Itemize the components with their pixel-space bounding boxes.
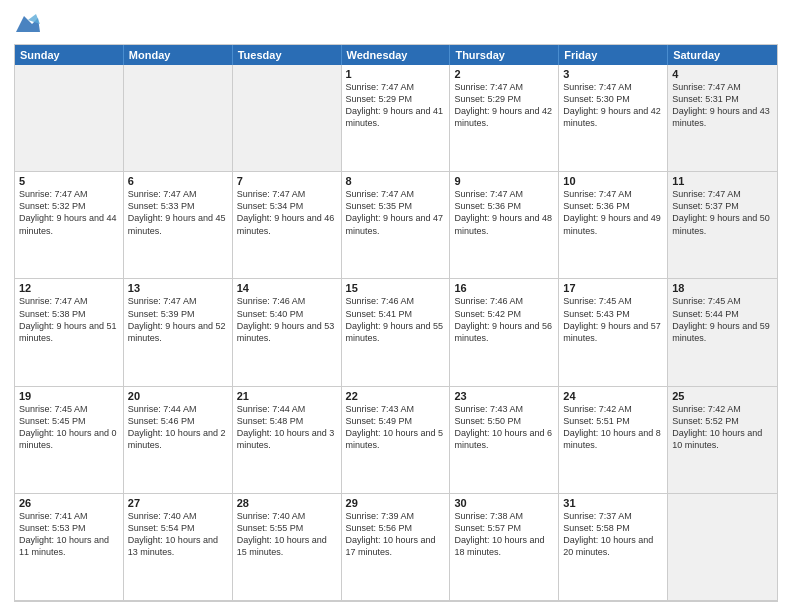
cal-cell: 21Sunrise: 7:44 AM Sunset: 5:48 PM Dayli…	[233, 387, 342, 494]
cell-info: Sunrise: 7:47 AM Sunset: 5:32 PM Dayligh…	[19, 188, 119, 237]
cell-info: Sunrise: 7:37 AM Sunset: 5:58 PM Dayligh…	[563, 510, 663, 559]
cell-info: Sunrise: 7:47 AM Sunset: 5:36 PM Dayligh…	[454, 188, 554, 237]
cell-info: Sunrise: 7:45 AM Sunset: 5:43 PM Dayligh…	[563, 295, 663, 344]
cal-cell: 31Sunrise: 7:37 AM Sunset: 5:58 PM Dayli…	[559, 494, 668, 601]
cal-cell: 15Sunrise: 7:46 AM Sunset: 5:41 PM Dayli…	[342, 279, 451, 386]
day-number: 26	[19, 497, 119, 509]
cal-cell: 10Sunrise: 7:47 AM Sunset: 5:36 PM Dayli…	[559, 172, 668, 279]
cal-cell: 28Sunrise: 7:40 AM Sunset: 5:55 PM Dayli…	[233, 494, 342, 601]
header	[14, 10, 778, 38]
weekday-header-wednesday: Wednesday	[342, 45, 451, 65]
weekday-header-thursday: Thursday	[450, 45, 559, 65]
cell-info: Sunrise: 7:40 AM Sunset: 5:54 PM Dayligh…	[128, 510, 228, 559]
day-number: 21	[237, 390, 337, 402]
cal-cell: 12Sunrise: 7:47 AM Sunset: 5:38 PM Dayli…	[15, 279, 124, 386]
day-number: 17	[563, 282, 663, 294]
cell-info: Sunrise: 7:47 AM Sunset: 5:36 PM Dayligh…	[563, 188, 663, 237]
cell-info: Sunrise: 7:43 AM Sunset: 5:49 PM Dayligh…	[346, 403, 446, 452]
day-number: 12	[19, 282, 119, 294]
calendar-header: SundayMondayTuesdayWednesdayThursdayFrid…	[15, 45, 777, 65]
day-number: 2	[454, 68, 554, 80]
day-number: 5	[19, 175, 119, 187]
day-number: 6	[128, 175, 228, 187]
day-number: 8	[346, 175, 446, 187]
cell-info: Sunrise: 7:38 AM Sunset: 5:57 PM Dayligh…	[454, 510, 554, 559]
day-number: 28	[237, 497, 337, 509]
cell-info: Sunrise: 7:47 AM Sunset: 5:30 PM Dayligh…	[563, 81, 663, 130]
cell-info: Sunrise: 7:42 AM Sunset: 5:52 PM Dayligh…	[672, 403, 773, 452]
cell-info: Sunrise: 7:42 AM Sunset: 5:51 PM Dayligh…	[563, 403, 663, 452]
cal-cell: 5Sunrise: 7:47 AM Sunset: 5:32 PM Daylig…	[15, 172, 124, 279]
cal-cell: 13Sunrise: 7:47 AM Sunset: 5:39 PM Dayli…	[124, 279, 233, 386]
cell-info: Sunrise: 7:45 AM Sunset: 5:44 PM Dayligh…	[672, 295, 773, 344]
day-number: 30	[454, 497, 554, 509]
cal-cell: 9Sunrise: 7:47 AM Sunset: 5:36 PM Daylig…	[450, 172, 559, 279]
day-number: 22	[346, 390, 446, 402]
logo	[14, 10, 46, 38]
page: SundayMondayTuesdayWednesdayThursdayFrid…	[0, 0, 792, 612]
day-number: 27	[128, 497, 228, 509]
cal-cell: 30Sunrise: 7:38 AM Sunset: 5:57 PM Dayli…	[450, 494, 559, 601]
weekday-header-sunday: Sunday	[15, 45, 124, 65]
day-number: 11	[672, 175, 773, 187]
cell-info: Sunrise: 7:46 AM Sunset: 5:41 PM Dayligh…	[346, 295, 446, 344]
cell-info: Sunrise: 7:39 AM Sunset: 5:56 PM Dayligh…	[346, 510, 446, 559]
cell-info: Sunrise: 7:47 AM Sunset: 5:38 PM Dayligh…	[19, 295, 119, 344]
cal-cell: 3Sunrise: 7:47 AM Sunset: 5:30 PM Daylig…	[559, 65, 668, 172]
calendar-grid: 1Sunrise: 7:47 AM Sunset: 5:29 PM Daylig…	[15, 65, 777, 601]
cell-info: Sunrise: 7:47 AM Sunset: 5:31 PM Dayligh…	[672, 81, 773, 130]
day-number: 20	[128, 390, 228, 402]
cal-cell: 25Sunrise: 7:42 AM Sunset: 5:52 PM Dayli…	[668, 387, 777, 494]
day-number: 4	[672, 68, 773, 80]
cal-cell: 6Sunrise: 7:47 AM Sunset: 5:33 PM Daylig…	[124, 172, 233, 279]
day-number: 18	[672, 282, 773, 294]
logo-icon	[14, 10, 42, 38]
cell-info: Sunrise: 7:47 AM Sunset: 5:29 PM Dayligh…	[346, 81, 446, 130]
cal-cell: 22Sunrise: 7:43 AM Sunset: 5:49 PM Dayli…	[342, 387, 451, 494]
cal-cell: 23Sunrise: 7:43 AM Sunset: 5:50 PM Dayli…	[450, 387, 559, 494]
cal-cell: 4Sunrise: 7:47 AM Sunset: 5:31 PM Daylig…	[668, 65, 777, 172]
cell-info: Sunrise: 7:47 AM Sunset: 5:29 PM Dayligh…	[454, 81, 554, 130]
day-number: 29	[346, 497, 446, 509]
cell-info: Sunrise: 7:46 AM Sunset: 5:42 PM Dayligh…	[454, 295, 554, 344]
day-number: 13	[128, 282, 228, 294]
cal-cell: 11Sunrise: 7:47 AM Sunset: 5:37 PM Dayli…	[668, 172, 777, 279]
cell-info: Sunrise: 7:47 AM Sunset: 5:37 PM Dayligh…	[672, 188, 773, 237]
cell-info: Sunrise: 7:46 AM Sunset: 5:40 PM Dayligh…	[237, 295, 337, 344]
cell-info: Sunrise: 7:43 AM Sunset: 5:50 PM Dayligh…	[454, 403, 554, 452]
cal-cell: 26Sunrise: 7:41 AM Sunset: 5:53 PM Dayli…	[15, 494, 124, 601]
cell-info: Sunrise: 7:47 AM Sunset: 5:33 PM Dayligh…	[128, 188, 228, 237]
cal-cell: 7Sunrise: 7:47 AM Sunset: 5:34 PM Daylig…	[233, 172, 342, 279]
day-number: 15	[346, 282, 446, 294]
cell-info: Sunrise: 7:47 AM Sunset: 5:34 PM Dayligh…	[237, 188, 337, 237]
weekday-header-tuesday: Tuesday	[233, 45, 342, 65]
day-number: 10	[563, 175, 663, 187]
day-number: 31	[563, 497, 663, 509]
day-number: 14	[237, 282, 337, 294]
cal-cell: 29Sunrise: 7:39 AM Sunset: 5:56 PM Dayli…	[342, 494, 451, 601]
cell-info: Sunrise: 7:40 AM Sunset: 5:55 PM Dayligh…	[237, 510, 337, 559]
cal-cell: 2Sunrise: 7:47 AM Sunset: 5:29 PM Daylig…	[450, 65, 559, 172]
cell-info: Sunrise: 7:44 AM Sunset: 5:46 PM Dayligh…	[128, 403, 228, 452]
cal-cell	[668, 494, 777, 601]
cell-info: Sunrise: 7:47 AM Sunset: 5:39 PM Dayligh…	[128, 295, 228, 344]
cal-cell: 17Sunrise: 7:45 AM Sunset: 5:43 PM Dayli…	[559, 279, 668, 386]
day-number: 1	[346, 68, 446, 80]
cell-info: Sunrise: 7:41 AM Sunset: 5:53 PM Dayligh…	[19, 510, 119, 559]
cell-info: Sunrise: 7:47 AM Sunset: 5:35 PM Dayligh…	[346, 188, 446, 237]
day-number: 19	[19, 390, 119, 402]
cell-info: Sunrise: 7:44 AM Sunset: 5:48 PM Dayligh…	[237, 403, 337, 452]
cal-cell: 27Sunrise: 7:40 AM Sunset: 5:54 PM Dayli…	[124, 494, 233, 601]
cal-cell: 19Sunrise: 7:45 AM Sunset: 5:45 PM Dayli…	[15, 387, 124, 494]
day-number: 23	[454, 390, 554, 402]
day-number: 24	[563, 390, 663, 402]
weekday-header-saturday: Saturday	[668, 45, 777, 65]
calendar: SundayMondayTuesdayWednesdayThursdayFrid…	[14, 44, 778, 602]
cal-cell	[15, 65, 124, 172]
day-number: 3	[563, 68, 663, 80]
cal-cell: 1Sunrise: 7:47 AM Sunset: 5:29 PM Daylig…	[342, 65, 451, 172]
cal-cell: 16Sunrise: 7:46 AM Sunset: 5:42 PM Dayli…	[450, 279, 559, 386]
cal-cell: 18Sunrise: 7:45 AM Sunset: 5:44 PM Dayli…	[668, 279, 777, 386]
cal-cell: 24Sunrise: 7:42 AM Sunset: 5:51 PM Dayli…	[559, 387, 668, 494]
cal-cell	[124, 65, 233, 172]
